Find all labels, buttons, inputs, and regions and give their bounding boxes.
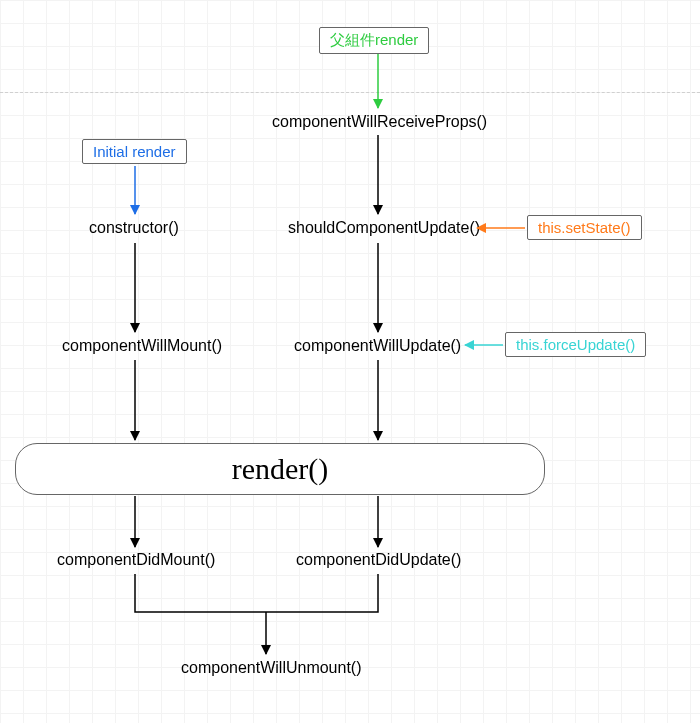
node-cwu: componentWillUpdate()	[294, 337, 461, 355]
node-cwm: componentWillMount()	[62, 337, 222, 355]
dashed-divider	[0, 92, 700, 93]
node-constructor: constructor()	[89, 219, 179, 237]
grid-background	[0, 0, 700, 723]
node-scu: shouldComponentUpdate()	[288, 219, 480, 237]
node-cdm: componentDidMount()	[57, 551, 215, 569]
node-set-state: this.setState()	[527, 215, 642, 240]
node-render: render()	[15, 443, 545, 495]
node-parent-render: 父組件render	[319, 27, 429, 54]
node-force-update: this.forceUpdate()	[505, 332, 646, 357]
node-cwrp: componentWillReceiveProps()	[272, 113, 487, 131]
node-initial-render: Initial render	[82, 139, 187, 164]
node-cdu: componentDidUpdate()	[296, 551, 461, 569]
node-cwun: componentWillUnmount()	[181, 659, 362, 677]
